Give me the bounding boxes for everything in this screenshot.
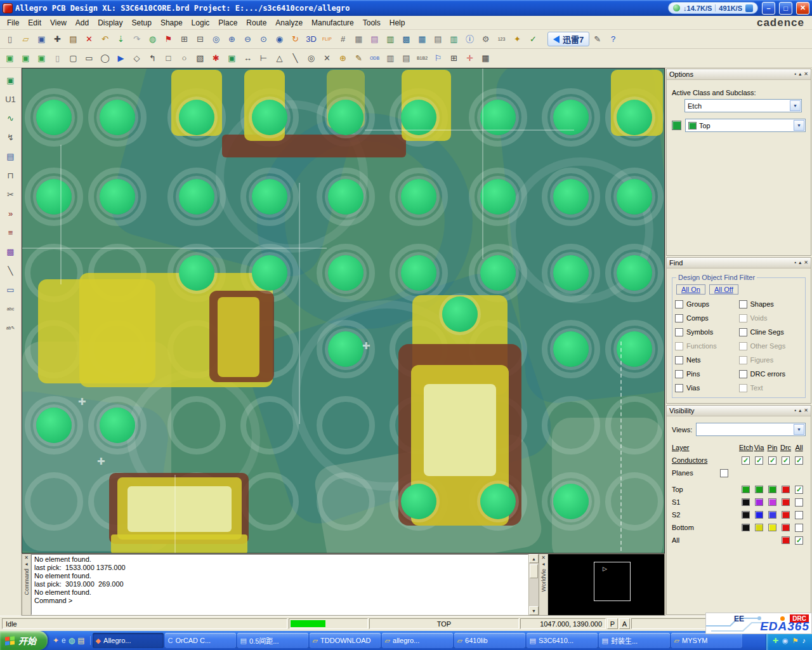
zoom-out-icon[interactable]: ⊖ bbox=[240, 32, 256, 47]
move-icon[interactable]: ✚ bbox=[49, 32, 65, 47]
tray-shield-icon[interactable]: ✚ bbox=[773, 637, 778, 645]
info-icon[interactable]: ⓘ bbox=[462, 32, 478, 47]
panel-close-icon[interactable]: ✕ bbox=[804, 71, 808, 77]
via-color-swatch[interactable] bbox=[755, 498, 763, 506]
probe-icon[interactable]: ↯ bbox=[3, 129, 19, 145]
menu-item[interactable]: Shape bbox=[156, 17, 187, 29]
panel-pin-icon[interactable]: ▪ bbox=[794, 260, 796, 266]
menu-item[interactable]: Analyze bbox=[271, 17, 307, 29]
etch-color-swatch[interactable] bbox=[742, 524, 750, 531]
task-6410lib[interactable]: ▱ 6410lib bbox=[454, 633, 525, 648]
checkbox[interactable] bbox=[675, 384, 683, 392]
layer-column-header[interactable]: Layer bbox=[672, 444, 719, 451]
audit-icon[interactable]: ▤ bbox=[398, 51, 414, 66]
signal-icon[interactable]: ∿ bbox=[3, 110, 19, 126]
fix-icon[interactable]: ✦ bbox=[509, 32, 525, 47]
application-mode-button[interactable]: A bbox=[619, 618, 630, 629]
close-button[interactable]: ✕ bbox=[796, 2, 809, 15]
zoom-in-icon[interactable]: ⊕ bbox=[224, 32, 240, 47]
task-spacing[interactable]: ▤ 0.5间距... bbox=[237, 633, 308, 648]
undo-icon[interactable]: ↶ bbox=[97, 32, 113, 47]
shape-square-icon[interactable]: □ bbox=[160, 51, 176, 66]
task-mysym[interactable]: ▱ MYSYM bbox=[671, 633, 742, 648]
quick-launch-3-icon[interactable]: ◍ bbox=[69, 636, 75, 645]
etch-color-swatch[interactable] bbox=[742, 511, 750, 519]
menu-item[interactable]: View bbox=[46, 17, 71, 29]
conductors-label[interactable]: Conductors bbox=[672, 456, 719, 464]
net-speed-monitor[interactable]: ↓14.7K/S 491K/S bbox=[668, 2, 758, 14]
zoom-fit-icon[interactable]: ◎ bbox=[208, 32, 224, 47]
spray-icon[interactable]: ✱ bbox=[208, 51, 224, 66]
drc-color-swatch[interactable] bbox=[782, 511, 790, 519]
minimize-button[interactable]: – bbox=[762, 2, 775, 15]
panel-close-icon[interactable]: ✕ bbox=[804, 260, 808, 266]
padstack-icon[interactable]: ▣ bbox=[3, 72, 19, 88]
ie-icon[interactable]: e bbox=[62, 636, 66, 645]
find-drc-errors-checkbox[interactable]: DRC errors bbox=[739, 367, 803, 381]
layer-visibility-checkbox[interactable] bbox=[795, 486, 803, 494]
dimension-icon[interactable]: ⊢ bbox=[256, 51, 272, 66]
etch-color-swatch[interactable] bbox=[742, 486, 750, 493]
tray-volume-icon[interactable]: ♪ bbox=[802, 637, 806, 644]
checkbox[interactable] bbox=[739, 342, 747, 350]
tray-download-icon[interactable]: ⚑ bbox=[792, 637, 799, 645]
cut-icon[interactable]: ✂ bbox=[3, 186, 19, 202]
tray-network-icon[interactable]: ◉ bbox=[782, 637, 789, 645]
column-header[interactable]: Pin bbox=[766, 444, 779, 451]
column-header[interactable]: All bbox=[792, 444, 806, 451]
zoom-points-icon[interactable]: ◉ bbox=[272, 32, 287, 47]
quick-launch-4-icon[interactable]: ▤ bbox=[77, 636, 84, 645]
find-pins-checkbox[interactable]: Pins bbox=[675, 367, 739, 381]
flag-icon[interactable]: ⚐ bbox=[430, 51, 446, 66]
waive-drc-icon[interactable]: ✓ bbox=[525, 32, 541, 47]
place-component-icon[interactable]: ▣ bbox=[224, 51, 240, 66]
find-panel-header[interactable]: Find ▪ ▴ ✕ bbox=[667, 258, 811, 269]
console-output[interactable]: No element found.last pick: 1533.000 137… bbox=[31, 554, 528, 615]
maximize-button[interactable]: □ bbox=[779, 2, 792, 15]
drc-color-swatch[interactable] bbox=[782, 498, 790, 506]
pcb-canvas[interactable]: ✚✚✚ bbox=[22, 68, 665, 554]
rats-icon[interactable]: ▤ bbox=[367, 32, 383, 47]
conductor-checkbox[interactable] bbox=[795, 456, 803, 465]
subclass-dropdown[interactable]: Top ▼ bbox=[685, 119, 806, 132]
checkbox[interactable] bbox=[675, 356, 683, 364]
ruler-icon[interactable]: ↔ bbox=[240, 51, 256, 66]
pin-icon[interactable]: ⚑ bbox=[160, 32, 176, 47]
panel-collapse-icon[interactable]: ▴ bbox=[799, 260, 801, 266]
find-nets-checkbox[interactable]: Nets bbox=[675, 353, 739, 367]
checkbox[interactable] bbox=[739, 314, 747, 322]
menu-item[interactable]: Tools bbox=[358, 17, 385, 29]
menu-item[interactable]: Display bbox=[93, 17, 127, 29]
text-edit-icon[interactable]: ab✎ bbox=[3, 319, 19, 336]
find-shapes-checkbox[interactable]: Shapes bbox=[739, 297, 803, 311]
panel-pin-icon[interactable]: ▪ bbox=[794, 408, 796, 414]
web-publish-icon[interactable]: ◍ bbox=[145, 32, 160, 47]
angle-dimension-icon[interactable]: △ bbox=[272, 51, 287, 66]
class-dropdown[interactable]: Etch ▼ bbox=[684, 99, 802, 112]
planes-checkbox[interactable] bbox=[720, 469, 728, 477]
checkbox[interactable] bbox=[739, 370, 747, 378]
3d-view-icon[interactable]: 3D bbox=[303, 32, 319, 47]
column-header[interactable]: Drc bbox=[779, 444, 792, 451]
checkbox[interactable] bbox=[739, 300, 747, 308]
conductor-checkbox[interactable] bbox=[742, 456, 750, 465]
flip-design-icon[interactable]: FLIP bbox=[319, 32, 335, 47]
save-icon[interactable]: ▣ bbox=[34, 32, 49, 47]
menu-item[interactable]: Setup bbox=[128, 17, 156, 29]
shape-rect-icon[interactable]: ▭ bbox=[81, 51, 97, 66]
shadow-mode-icon[interactable]: # bbox=[335, 32, 351, 47]
scroll-up-icon[interactable]: ▲ bbox=[529, 554, 539, 563]
conductor-checkbox[interactable] bbox=[755, 456, 763, 465]
via-color-swatch[interactable] bbox=[755, 511, 763, 519]
drc-color-swatch[interactable] bbox=[782, 536, 790, 544]
checkbox[interactable] bbox=[675, 314, 683, 322]
status-icon[interactable]: ▥ bbox=[446, 32, 462, 47]
assign-color-icon[interactable]: ▥ bbox=[383, 32, 398, 47]
shape-rounded-rect-icon[interactable]: ▢ bbox=[65, 51, 81, 66]
pin-color-swatch[interactable] bbox=[768, 511, 776, 519]
import-icon[interactable]: ⇣ bbox=[113, 32, 129, 47]
start-button[interactable]: 开始 bbox=[0, 631, 48, 650]
shape-arc-icon[interactable]: ↰ bbox=[145, 51, 160, 66]
visibility-off-icon[interactable]: ▯ bbox=[49, 51, 65, 66]
menu-item[interactable]: Logic bbox=[187, 17, 214, 29]
